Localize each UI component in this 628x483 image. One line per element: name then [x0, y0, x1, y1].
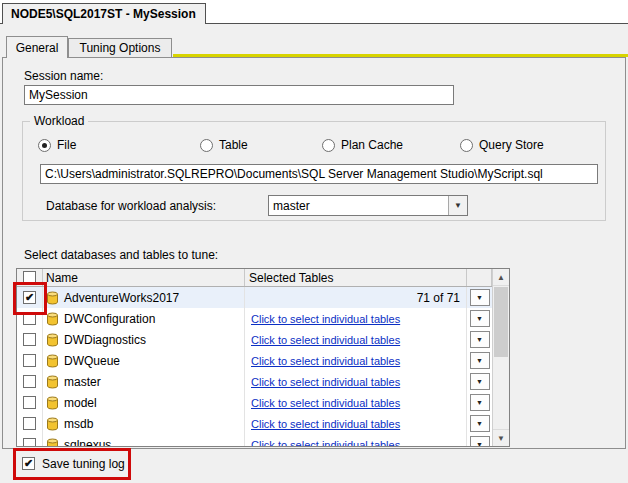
workload-option-file[interactable]: File: [38, 138, 200, 152]
tables-dropdown-button[interactable]: ▼: [470, 289, 490, 306]
tables-dropdown-button[interactable]: ▼: [470, 331, 490, 348]
select-tables-link[interactable]: Click to select individual tables: [245, 397, 400, 409]
save-tuning-log-checkbox[interactable]: ✔: [22, 457, 35, 470]
row-tables-cell: Click to select individual tables: [245, 329, 467, 350]
grid-scrollbar[interactable]: ▲ ▼: [492, 269, 509, 446]
row-tables-cell: Click to select individual tables: [245, 434, 467, 446]
row-tables-cell: 71 of 71: [245, 287, 467, 308]
table-row[interactable]: DWDiagnosticsClick to select individual …: [17, 329, 492, 350]
database-icon: [46, 396, 59, 410]
row-tables-cell: Click to select individual tables: [245, 371, 467, 392]
table-row[interactable]: msdbClick to select individual tables▼: [17, 413, 492, 434]
row-combo-cell: ▼: [467, 350, 492, 371]
database-icon: [46, 417, 59, 431]
row-check-cell: [17, 413, 43, 434]
select-tables-link[interactable]: Click to select individual tables: [245, 418, 400, 430]
radio-button-query-store: [460, 139, 473, 152]
database-icon: [46, 438, 59, 447]
row-name-cell: AdventureWorks2017: [43, 287, 245, 308]
database-icon: [46, 354, 59, 368]
tables-dropdown-button[interactable]: ▼: [470, 415, 490, 432]
column-header-name: Name: [43, 269, 245, 286]
table-row[interactable]: DWConfigurationClick to select individua…: [17, 308, 492, 329]
row-combo-cell: ▼: [467, 329, 492, 350]
database-icon: [46, 375, 59, 389]
database-icon: [46, 312, 59, 326]
tables-dropdown-button[interactable]: ▼: [470, 373, 490, 390]
workload-option-query-store[interactable]: Query Store: [460, 138, 544, 152]
tables-dropdown-button[interactable]: ▼: [470, 436, 490, 446]
column-header-selected-tables: Selected Tables: [245, 269, 467, 286]
row-name-cell: sqlnexus: [43, 434, 245, 446]
workload-group-label: Workload: [30, 114, 88, 128]
row-combo-cell: ▼: [467, 413, 492, 434]
tab-general-label: General: [16, 41, 59, 55]
tables-dropdown-button[interactable]: ▼: [470, 310, 490, 327]
tab-accent-strip: [173, 54, 628, 57]
table-row[interactable]: masterClick to select individual tables▼: [17, 371, 492, 392]
tables-dropdown-button[interactable]: ▼: [470, 394, 490, 411]
workload-option-plan-cache[interactable]: Plan Cache: [322, 138, 460, 152]
radio-button-table: [200, 139, 213, 152]
row-tables-cell: Click to select individual tables: [245, 350, 467, 371]
row-check-cell: ✔: [17, 287, 43, 308]
select-tables-link[interactable]: Click to select individual tables: [245, 376, 400, 388]
tab-general[interactable]: General: [6, 36, 68, 58]
tables-dropdown-button[interactable]: ▼: [470, 352, 490, 369]
row-tables-cell: Click to select individual tables: [245, 413, 467, 434]
row-checkbox[interactable]: [23, 312, 36, 325]
database-name: DWDiagnostics: [64, 333, 146, 347]
database-analysis-combo[interactable]: master ▼: [268, 195, 468, 216]
row-combo-cell: ▼: [467, 434, 492, 446]
database-name: sqlnexus: [64, 438, 111, 447]
workload-file-input[interactable]: [40, 164, 598, 184]
row-checkbox[interactable]: [23, 438, 36, 446]
session-document-tab-label: NODE5\SQL2017ST - MySession: [11, 7, 196, 21]
row-combo-cell: ▼: [467, 371, 492, 392]
table-row[interactable]: modelClick to select individual tables▼: [17, 392, 492, 413]
row-check-cell: [17, 434, 43, 446]
select-tables-link[interactable]: Click to select individual tables: [245, 313, 400, 325]
row-check-cell: [17, 350, 43, 371]
session-document-tab[interactable]: NODE5\SQL2017ST - MySession: [2, 3, 206, 24]
row-name-cell: DWDiagnostics: [43, 329, 245, 350]
table-row[interactable]: sqlnexusClick to select individual table…: [17, 434, 492, 446]
row-check-cell: [17, 329, 43, 350]
database-analysis-label: Database for workload analysis:: [46, 199, 216, 213]
session-name-label: Session name:: [24, 69, 103, 83]
row-checkbox[interactable]: [23, 396, 36, 409]
scrollbar-thumb[interactable]: [494, 287, 508, 357]
row-checkbox[interactable]: [23, 417, 36, 430]
row-checkbox[interactable]: [23, 375, 36, 388]
workload-option-table[interactable]: Table: [200, 138, 322, 152]
database-icon: [46, 333, 59, 347]
select-tables-link[interactable]: Click to select individual tables: [245, 439, 400, 447]
databases-grid: Name Selected Tables ✔AdventureWorks2017…: [16, 268, 510, 447]
table-row[interactable]: DWQueueClick to select individual tables…: [17, 350, 492, 371]
row-checkbox[interactable]: ✔: [23, 291, 36, 304]
tab-tuning-options-label: Tuning Options: [80, 41, 161, 55]
radio-label-plan-cache: Plan Cache: [341, 138, 403, 152]
combo-dropdown-icon[interactable]: ▼: [448, 196, 467, 215]
scrollbar-up-icon[interactable]: ▲: [493, 269, 509, 286]
database-name: model: [64, 396, 97, 410]
row-check-cell: [17, 371, 43, 392]
row-checkbox[interactable]: [23, 333, 36, 346]
radio-label-table: Table: [219, 138, 248, 152]
database-name: master: [64, 375, 101, 389]
row-name-cell: msdb: [43, 413, 245, 434]
tab-tuning-options[interactable]: Tuning Options: [68, 38, 172, 57]
table-row[interactable]: ✔AdventureWorks201771 of 71▼: [17, 287, 492, 308]
select-tables-link[interactable]: Click to select individual tables: [245, 334, 400, 346]
row-tables-cell: Click to select individual tables: [245, 308, 467, 329]
radio-button-plan-cache: [322, 139, 335, 152]
radio-button-file: [38, 139, 51, 152]
select-all-checkbox[interactable]: [23, 271, 36, 284]
database-name: AdventureWorks2017: [64, 291, 179, 305]
select-tables-link[interactable]: Click to select individual tables: [245, 355, 400, 367]
row-name-cell: DWConfiguration: [43, 308, 245, 329]
database-name: DWQueue: [64, 354, 120, 368]
row-checkbox[interactable]: [23, 354, 36, 367]
session-name-input[interactable]: [24, 85, 454, 105]
scrollbar-down-icon[interactable]: ▼: [493, 429, 509, 446]
